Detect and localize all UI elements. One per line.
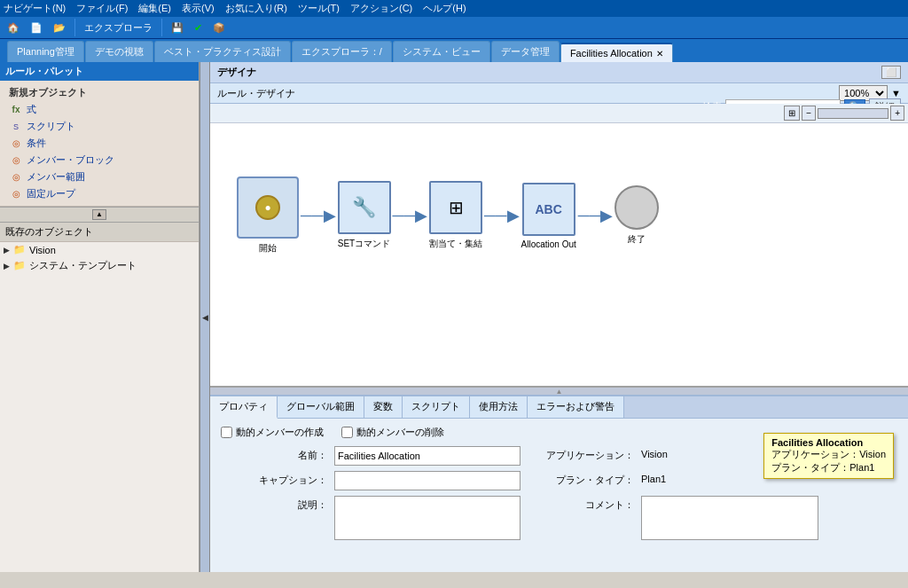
sidebar-item-fixed-loop[interactable]: ◎ 固定ループ xyxy=(5,185,193,202)
sidebar-new-objects: 新規オブジェクト fx 式 S スクリプト ◎ 条件 ◎ メンバー・ブロック ◎… xyxy=(0,81,199,207)
deploy-button[interactable]: 📦 xyxy=(209,20,229,35)
open-button[interactable]: 📂 xyxy=(50,20,69,35)
create-dynamic-members-checkbox[interactable] xyxy=(221,427,232,438)
name-input[interactable] xyxy=(334,446,521,466)
sidebar-scroll-up[interactable]: ▲ xyxy=(92,209,106,220)
description-input[interactable] xyxy=(334,496,521,540)
menu-view[interactable]: 表示(V) xyxy=(182,2,215,15)
menu-favorites[interactable]: お気に入り(R) xyxy=(225,2,287,15)
prop-tab-global-scope[interactable]: グローバル範囲 xyxy=(278,396,364,418)
sidebar-item-formula[interactable]: fx 式 xyxy=(5,101,193,118)
sidebar-item-member-range[interactable]: ◎ メンバー範囲 xyxy=(5,169,193,185)
condition-label: 条件 xyxy=(27,137,46,150)
sidebar-tree-vision[interactable]: ▶ 📁 Vision xyxy=(0,242,199,257)
tree-expand-system-template[interactable]: ▶ xyxy=(4,262,10,270)
prop-tab-script[interactable]: スクリプト xyxy=(403,396,470,418)
home-button[interactable]: 🏠 xyxy=(4,20,23,35)
sidebar-tree-system-template[interactable]: ▶ 📁 システム・テンプレート xyxy=(0,257,199,274)
system-template-folder-icon: 📁 xyxy=(13,260,26,271)
tab-datamanagement[interactable]: データ管理 xyxy=(491,41,560,62)
description-label: 説明： xyxy=(221,496,327,512)
comment-input[interactable] xyxy=(641,496,818,540)
menu-file[interactable]: ファイル(F) xyxy=(76,2,128,15)
tab-bar: Planning管理 デモの視聴 ベスト・プラクティス設計 エクスプローラ：/ … xyxy=(4,41,706,62)
set-command-icon: 🔧 xyxy=(352,196,376,219)
delete-dynamic-members-label: 動的メンバーの削除 xyxy=(356,426,444,439)
tab-close-icon[interactable]: ✕ xyxy=(656,49,663,59)
menu-edit[interactable]: 編集(E) xyxy=(138,2,171,15)
tab-planning[interactable]: Planning管理 xyxy=(7,41,84,62)
explorer-button[interactable]: エクスプローラ xyxy=(81,20,156,36)
designer-title: デザイナ xyxy=(217,66,256,79)
zoom-slider[interactable] xyxy=(818,108,888,119)
tab-explorer[interactable]: エクスプローラ：/ xyxy=(292,41,392,62)
sidebar-header: ルール・パレット xyxy=(0,62,199,81)
tooltip-line2: アプリケーション：Vision xyxy=(771,448,886,461)
zoom-out-button[interactable]: − xyxy=(802,106,816,121)
menu-actions[interactable]: アクション(C) xyxy=(350,2,412,15)
content-area: デザイナ ⬜ ルール・デザイナ 50% 75% 100% 125% 150% ▼… xyxy=(210,62,908,572)
main-area: ルール・パレット 新規オブジェクト fx 式 S スクリプト ◎ 条件 ◎ メン… xyxy=(0,62,908,572)
arrow-4: ──▶ xyxy=(578,206,614,225)
menu-navigate[interactable]: ナビゲート(N) xyxy=(4,2,66,15)
workflow-set-command-node[interactable]: 🔧 SETコマンド xyxy=(338,181,391,250)
zoom-in-button[interactable]: + xyxy=(890,106,904,121)
fixed-loop-icon: ◎ xyxy=(9,189,23,200)
set-command-label: SETコマンド xyxy=(338,238,390,250)
tab-demo[interactable]: デモの視聴 xyxy=(85,41,153,62)
sidebar-collapse-button[interactable]: ◀ xyxy=(200,62,210,572)
tooltip-popup: Facilities Allocation アプリケーション：Vision プラ… xyxy=(763,433,894,479)
save-button[interactable]: 💾 xyxy=(168,20,187,35)
prop-tab-errors[interactable]: エラーおよび警告 xyxy=(528,396,624,418)
tree-expand-vision[interactable]: ▶ xyxy=(4,246,10,255)
script-label: スクリプト xyxy=(27,120,75,133)
delete-dynamic-members-checkbox[interactable] xyxy=(341,427,353,438)
workflow-allocation-out-node[interactable]: ABC Allocation Out xyxy=(521,183,576,249)
caption-label: キャプション： xyxy=(221,471,327,487)
zoom-dropdown-icon: ▼ xyxy=(891,88,901,98)
create-dynamic-members-label: 動的メンバーの作成 xyxy=(236,426,324,439)
arrow-1: ──▶ xyxy=(301,206,336,225)
sidebar-item-condition[interactable]: ◎ 条件 xyxy=(5,135,193,152)
prop-tab-usage[interactable]: 使用方法 xyxy=(470,396,528,418)
create-dynamic-members-check[interactable]: 動的メンバーの作成 xyxy=(221,426,324,439)
properties-panel: プロパティ グローバル範囲 変数 スクリプト 使用方法 エラーおよび警告 動的メ… xyxy=(210,395,908,572)
new-button[interactable]: 📄 xyxy=(27,20,46,35)
tab-bestpractice[interactable]: ベスト・プラクティス設計 xyxy=(154,41,291,62)
diagram-area: ● 開始 ──▶ 🔧 SETコマンド ──▶ xyxy=(210,123,908,388)
maximize-button[interactable]: ⬜ xyxy=(881,66,901,79)
arrow-3: ──▶ xyxy=(484,206,520,225)
delete-dynamic-members-check[interactable]: 動的メンバーの削除 xyxy=(341,426,444,439)
allocation-icon: ⊞ xyxy=(449,197,464,218)
sidebar-item-member-block[interactable]: ◎ メンバー・ブロック xyxy=(5,152,193,169)
menu-tools[interactable]: ツール(T) xyxy=(298,2,340,15)
resize-handle[interactable]: ▲ xyxy=(210,388,908,395)
existing-objects-label: 既存のオブジェクト xyxy=(0,223,199,242)
menu-bar: ナビゲート(N) ファイル(F) 編集(E) 表示(V) お気に入り(R) ツー… xyxy=(0,0,908,17)
toolbar-separator-1 xyxy=(74,19,75,36)
caption-input[interactable] xyxy=(334,471,521,490)
tooltip-line3: プラン・タイプ：Plan1 xyxy=(771,461,886,474)
prop-tab-properties[interactable]: プロパティ xyxy=(210,396,278,419)
prop-tab-variables[interactable]: 変数 xyxy=(364,396,403,418)
tab-systemview[interactable]: システム・ビュー xyxy=(393,41,490,62)
start-icon: ● xyxy=(255,195,280,220)
rule-designer-label: ルール・デザイナ xyxy=(217,87,295,100)
workflow-start-node[interactable]: ● 開始 xyxy=(237,176,299,255)
arrow-2: ──▶ xyxy=(393,206,428,225)
sidebar: ルール・パレット 新規オブジェクト fx 式 S スクリプト ◎ 条件 ◎ メン… xyxy=(0,62,200,572)
check-button[interactable]: ✔ xyxy=(191,20,206,35)
member-block-label: メンバー・ブロック xyxy=(27,153,114,167)
workflow-end-node[interactable]: 終了 xyxy=(614,185,659,246)
menu-help[interactable]: ヘルプ(H) xyxy=(423,2,466,15)
end-node-label: 終了 xyxy=(628,233,646,246)
sidebar-scroll-controls: ▲ xyxy=(0,207,199,223)
tab-facilities-allocation[interactable]: Facilities Allocation ✕ xyxy=(560,43,673,62)
grid-view-button[interactable]: ⊞ xyxy=(784,106,800,121)
formula-label: 式 xyxy=(27,103,36,116)
member-block-icon: ◎ xyxy=(9,155,23,166)
workflow-allocation-node[interactable]: ⊞ 割当て・集結 xyxy=(429,181,482,250)
application-label: アプリケーション： xyxy=(528,446,634,462)
diagram-tools-row: ⊞ − + xyxy=(210,104,908,123)
sidebar-item-script[interactable]: S スクリプト xyxy=(5,118,193,135)
